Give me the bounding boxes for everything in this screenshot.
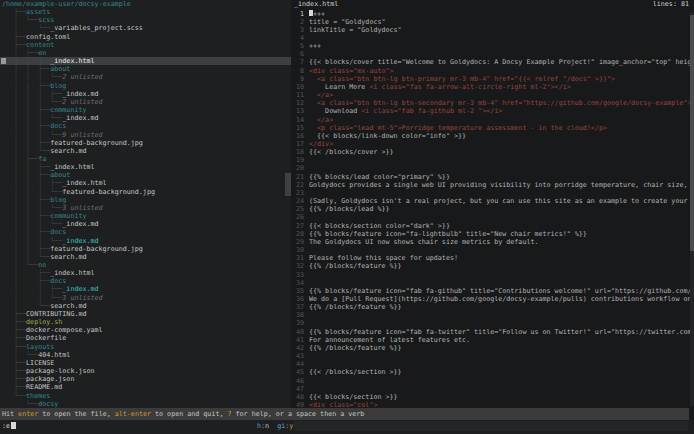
line-number: 47 [292, 385, 304, 393]
code-line: 10 Learn More <i class="fas fa-arrow-alt… [292, 83, 694, 91]
tree-guides: ├── [14, 8, 26, 16]
tree-item-license[interactable]: ├──LICENSE [0, 359, 291, 367]
tree-root-path[interactable]: /home/example-user/docsy-example [0, 0, 291, 8]
tree-item-config.toml[interactable]: ├──config.toml [0, 33, 291, 41]
line-number: 24 [292, 197, 304, 205]
tree-item-_index.md[interactable]: │ │ ├──_index.md [0, 285, 291, 293]
tree-item-label: package.json [26, 375, 74, 383]
line-text: {{% blocks/feature icon="fa-lightbulb" t… [309, 230, 587, 238]
code-line: 36We do a [Pull Request](https://github.… [292, 295, 694, 303]
tree-guides: │ │ └── [14, 294, 62, 302]
line-text: {{% blocks/feature icon="fab fa-twitter"… [309, 328, 694, 336]
line-number: 44 [292, 360, 304, 368]
tree-item-fa[interactable]: │ ├──fa [0, 155, 291, 163]
tree-item-blog[interactable]: │ │ ├──blog [0, 82, 291, 90]
tree-item-featured-background.jpg[interactable]: │ │ │ └──featured-background.jpg [0, 188, 291, 196]
tree-item-layouts[interactable]: ├──layouts [0, 343, 291, 351]
file-tree-panel: /home/example-user/docsy-example ├──asse… [0, 0, 291, 408]
tree-item-dockerfile[interactable]: ├──Dockerfile [0, 334, 291, 342]
line-text: {{< blocks/section >}} [309, 393, 398, 401]
tree-item-docsy[interactable]: └──docsy [0, 400, 291, 408]
line-number: 19 [292, 156, 304, 164]
tree-item-blog[interactable]: │ │ ├──blog [0, 196, 291, 204]
code-line: 35{{% blocks/feature icon="fab fa-github… [292, 287, 694, 295]
tree-item-readme.md[interactable]: ├──README.md [0, 383, 291, 391]
line-text: For announcement of latest features etc. [309, 336, 470, 344]
status-keybind: enter [18, 410, 38, 418]
tree-guides: │ │ │ └── [14, 237, 62, 245]
code-line: 27{{< blocks/section color="dark" >}} [292, 222, 694, 230]
tree-guides: │ │ │ └── [14, 114, 62, 122]
code-line: 26 [292, 213, 694, 221]
tree-item-themes[interactable]: └──themes [0, 392, 291, 400]
line-number: 41 [292, 336, 304, 344]
tree-item-9-unlisted[interactable]: │ │ │ └──9 unlisted [0, 131, 291, 139]
tree-item-404.html[interactable]: │ └──404.html [0, 351, 291, 359]
code-line: 22Goldydocs provides a single web UI pro… [292, 181, 694, 189]
tree-item-label: _index.html [50, 269, 94, 277]
tree-item-en[interactable]: │ ├──en [0, 49, 291, 57]
line-text: linkTitle = "Goldydocs" [309, 26, 402, 34]
line-number: 45 [292, 368, 304, 376]
tree-item-_index.html[interactable]: │ │ │ ├──_index.html [0, 179, 291, 187]
tree-item-label: README.md [26, 383, 62, 391]
tree-item-label: _index.md [62, 90, 98, 98]
tree-item-label: search.md [50, 147, 86, 155]
status-segment: to open and quit, [151, 410, 228, 418]
preview-input-strip[interactable] [294, 421, 688, 431]
line-text: <p class="lead mt-5">Porridge temperatur… [309, 124, 607, 132]
code-line: 2title = "Goldydocs" [292, 18, 694, 26]
tree-item-no[interactable]: │ └──no [0, 261, 291, 269]
tree-item-featured-background.jpg[interactable]: │ │ ├──featured-background.jpg [0, 139, 291, 147]
tree-item-2-unlisted[interactable]: │ │ │ └──2 unlisted [0, 98, 291, 106]
line-text: The Goldydocs UI now shows chair size me… [309, 238, 539, 246]
line-number: 7 [292, 58, 304, 66]
tree-guides: ├── [14, 310, 26, 318]
tree-item-featured-background.jpg[interactable]: │ │ ├──featured-background.jpg [0, 245, 291, 253]
status-segment: for help, or a space then a verb [232, 410, 365, 418]
tree-item-community[interactable]: │ │ ├──community [0, 106, 291, 114]
line-number: 20 [292, 164, 304, 172]
tree-item-label: _index.html [50, 163, 94, 171]
tree-item-_variables_project.scss[interactable]: │ └──_variables_project.scss [0, 24, 291, 32]
tree-item-search.md[interactable]: │ └──search.md [0, 302, 291, 310]
line-number: 37 [292, 303, 304, 311]
line-number: 5 [292, 42, 304, 50]
command-input-line[interactable]: :e h:n gi:y [0, 420, 694, 434]
tree-guides: │ │ │ └── [14, 204, 62, 212]
tree-item-3-unlisted[interactable]: │ │ └──3 unlisted [0, 294, 291, 302]
tree-item-search.md[interactable]: │ │ └──search.md [0, 147, 291, 155]
root-path-label: /home/example-user/docsy-example [2, 0, 131, 8]
code-line: 12 <a class="btn btn-lg btn-secondary mr… [292, 99, 694, 107]
tree-item-_index.md[interactable]: │ │ │ ├──_index.md [0, 90, 291, 98]
tree-item-docs[interactable]: │ │ ├──docs [0, 122, 291, 130]
line-number: 40 [292, 328, 304, 336]
tree-item-community[interactable]: │ │ ├──community [0, 212, 291, 220]
preview-scrollbar-thumb[interactable] [690, 15, 694, 251]
tree-item-docs[interactable]: │ │ ├──docs [0, 228, 291, 236]
tree-item-package-lock.json[interactable]: ├──package-lock.json [0, 367, 291, 375]
line-text: {{< /blocks/cover >}} [309, 148, 394, 156]
tree-guides: │ │ ├── [14, 163, 50, 171]
tree-item-label: 2 unlisted [62, 73, 102, 81]
flag-gap [269, 422, 277, 430]
tree-item-content[interactable]: ├──content [0, 41, 291, 49]
tree-guides: │ └── [14, 24, 50, 32]
tree-guides: ├── [14, 383, 26, 391]
tree-item-search.md[interactable]: │ │ └──search.md [0, 253, 291, 261]
preview-scrollbar[interactable] [690, 12, 694, 406]
tree-guides: │ │ ├── [14, 228, 50, 236]
code-line: 29The Goldydocs UI now shows chair size … [292, 238, 694, 246]
tree-guides: ├── [14, 318, 26, 326]
tree-item-2-unlisted[interactable]: │ │ │ └──2 unlisted [0, 73, 291, 81]
tree-item-contributing.md[interactable]: ├──CONTRIBUTING.md [0, 310, 291, 318]
tree-item-_index.md[interactable]: │ │ │ └──_index.md [0, 237, 291, 245]
tree-item-3-unlisted[interactable]: │ │ │ └──3 unlisted [0, 204, 291, 212]
tree-scrollbar-thumb[interactable] [285, 173, 291, 196]
code-line: 43 [292, 352, 694, 360]
tree-item-label: _index.md [62, 237, 98, 245]
tree-item-label: themes [26, 392, 50, 400]
code-line: 21{{% blocks/lead color="primary" %}} [292, 173, 694, 181]
tree-guides: │ ├── [14, 155, 38, 163]
preview-filename: _index.html [294, 0, 338, 10]
